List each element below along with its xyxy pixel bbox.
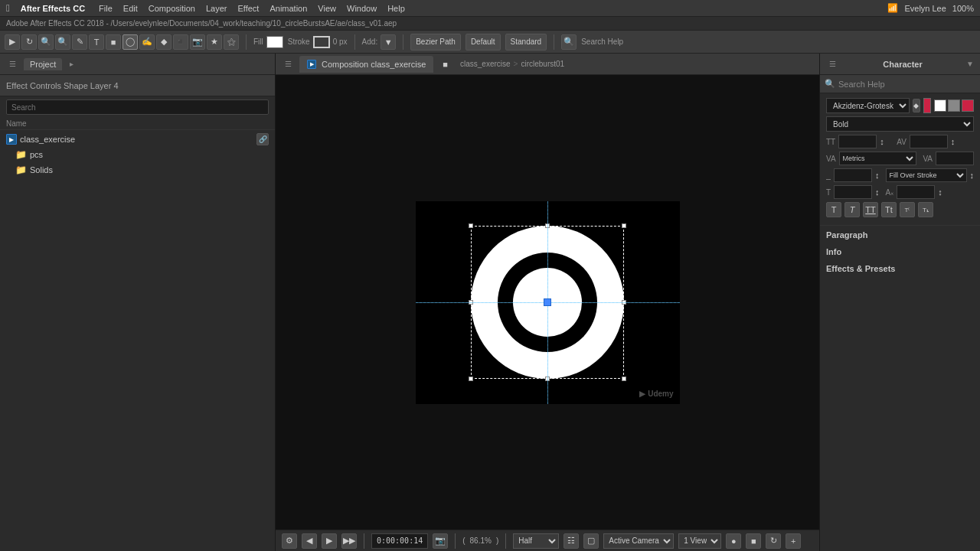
- menu-animation[interactable]: Animation: [270, 4, 307, 13]
- current-time-display[interactable]: 0:00:00:14: [371, 533, 428, 549]
- info-title[interactable]: Info: [820, 243, 980, 259]
- camera-tool[interactable]: 📷: [190, 34, 205, 50]
- metrics-row: VA Metrics VA 55: [826, 152, 974, 165]
- handle-tl[interactable]: [469, 223, 473, 228]
- scale-h-input[interactable]: 0 %: [897, 185, 935, 199]
- search-tool[interactable]: 🔍: [38, 34, 54, 50]
- right-panel-menu[interactable]: ☰: [826, 58, 839, 70]
- grid-btn[interactable]: ☷: [564, 533, 579, 549]
- search-help-btn[interactable]: 🔍: [561, 34, 577, 50]
- zoom-tool[interactable]: 🔍: [55, 34, 70, 50]
- menu-help[interactable]: Help: [387, 4, 405, 13]
- camera-select[interactable]: Active Camera: [603, 533, 674, 549]
- handle-bl[interactable]: [469, 377, 473, 381]
- stroke-size-input[interactable]: 0 px: [834, 168, 872, 182]
- menu-file[interactable]: File: [99, 4, 113, 13]
- more-btn[interactable]: +: [786, 533, 801, 549]
- red-swatch[interactable]: [962, 99, 974, 112]
- font-size-input[interactable]: 34 px: [838, 135, 877, 148]
- prev-frame-btn[interactable]: ◀: [302, 533, 317, 549]
- project-close-btn[interactable]: ☰: [6, 58, 19, 70]
- ellipse-tool[interactable]: ◯: [122, 34, 138, 50]
- font-family-select[interactable]: Akzidenz-Grotesk: [826, 98, 910, 113]
- project-item-class-exercise[interactable]: ▶ class_exercise 🔗: [0, 132, 275, 147]
- subscript-btn[interactable]: T₁: [918, 202, 933, 217]
- selection-tool[interactable]: ▶: [5, 34, 20, 50]
- text-color-box[interactable]: [923, 98, 931, 113]
- search-help-text[interactable]: Search Help: [838, 80, 885, 89]
- type-tool[interactable]: T: [89, 34, 104, 50]
- next-frame-btn[interactable]: ▶▶: [341, 533, 357, 549]
- paragraph-title[interactable]: Paragraph: [820, 226, 980, 243]
- project-tab[interactable]: Project: [24, 58, 62, 70]
- comp-panel-expand[interactable]: ■: [443, 60, 448, 69]
- shape-tool[interactable]: ■: [106, 34, 121, 50]
- menu-window[interactable]: Window: [347, 4, 377, 13]
- app-name: After Effects CC: [21, 4, 85, 13]
- scale-t-input[interactable]: 100 %: [834, 185, 872, 199]
- link-icon[interactable]: 🔗: [256, 133, 269, 145]
- refresh-btn[interactable]: ↻: [766, 533, 781, 549]
- play-btn[interactable]: ▶: [322, 533, 337, 549]
- stroke-arrows[interactable]: ↕: [875, 171, 880, 180]
- fill-color-swatch[interactable]: [266, 36, 283, 48]
- effects-presets-title[interactable]: Effects & Presets: [820, 259, 980, 276]
- size-arrows[interactable]: ↕: [880, 137, 890, 146]
- stroke-color-swatch[interactable]: [313, 36, 330, 48]
- all-caps-btn[interactable]: TT: [863, 202, 878, 217]
- right-panel-collapse[interactable]: ▼: [966, 60, 974, 68]
- stroke-dropdown-arrow[interactable]: ↕: [970, 171, 975, 180]
- puppet-tool[interactable]: ⚝: [224, 34, 239, 50]
- comp-tab[interactable]: ▶ Composition class_exercise: [299, 56, 433, 73]
- draft-btn[interactable]: ■: [746, 533, 761, 549]
- comp-settings-btn[interactable]: ⚙: [282, 533, 297, 549]
- quality-select[interactable]: Half Full Quarter: [513, 533, 559, 549]
- stamp-tool[interactable]: ◆: [156, 34, 172, 50]
- tracking-arrows[interactable]: ↕: [951, 137, 956, 146]
- light-tool[interactable]: ★: [207, 34, 222, 50]
- scale-h-arrows[interactable]: ↕: [938, 187, 942, 197]
- comp-viewport[interactable]: RRCG: [276, 75, 819, 530]
- bold-btn[interactable]: T: [826, 202, 841, 217]
- menu-view[interactable]: View: [318, 4, 336, 13]
- panel-menu-btn[interactable]: ▸: [67, 58, 77, 70]
- italic-btn[interactable]: T: [844, 202, 860, 217]
- add-dropdown[interactable]: ▼: [381, 34, 396, 50]
- metrics-select[interactable]: Metrics: [839, 152, 917, 165]
- small-caps-btn[interactable]: Tt: [881, 202, 897, 217]
- snapshot-btn[interactable]: 📷: [433, 533, 448, 549]
- project-search-input[interactable]: [6, 99, 269, 115]
- project-item-pcs[interactable]: 📁 pcs: [0, 147, 275, 162]
- breadcrumb-comp[interactable]: class_exercise: [460, 60, 511, 68]
- project-item-solids[interactable]: 📁 Solids: [0, 162, 275, 178]
- default-btn[interactable]: Default: [466, 34, 501, 51]
- apple-logo-icon[interactable]: : [6, 2, 10, 14]
- tracking-input[interactable]: 186 px: [910, 135, 948, 148]
- pen-tool[interactable]: ✎: [72, 34, 87, 50]
- kern-input[interactable]: 55: [936, 152, 974, 165]
- handle-br[interactable]: [622, 377, 626, 381]
- handle-tr[interactable]: [622, 223, 626, 228]
- menu-layer[interactable]: Layer: [206, 4, 227, 13]
- eyedropper-icon[interactable]: ◆: [913, 99, 920, 112]
- brush-tool[interactable]: ✍: [139, 34, 155, 50]
- breadcrumb-item[interactable]: circleburst01: [521, 60, 564, 68]
- menu-composition[interactable]: Composition: [149, 4, 195, 13]
- scale-t-arrows[interactable]: ↕: [875, 187, 880, 197]
- comp-panel-close[interactable]: ☰: [282, 58, 295, 70]
- black-swatch[interactable]: [948, 99, 960, 112]
- eraser-tool[interactable]: ◾: [173, 34, 188, 50]
- stroke-type-select[interactable]: Fill Over Stroke: [886, 168, 967, 182]
- superscript-btn[interactable]: T⁽: [900, 202, 915, 217]
- font-style-select[interactable]: Bold Regular Italic: [826, 116, 974, 132]
- bezier-path-btn[interactable]: Bezier Path: [410, 34, 461, 51]
- rotation-tool[interactable]: ↻: [21, 34, 37, 50]
- views-select[interactable]: 1 View: [678, 533, 721, 549]
- menu-effect[interactable]: Effect: [237, 4, 259, 13]
- standard-btn[interactable]: Standard: [505, 34, 547, 51]
- guides-btn[interactable]: ▢: [583, 533, 599, 549]
- render-btn[interactable]: ●: [726, 533, 741, 549]
- menu-edit[interactable]: Edit: [123, 4, 138, 13]
- white-swatch[interactable]: [934, 99, 946, 112]
- center-point[interactable]: [544, 298, 551, 306]
